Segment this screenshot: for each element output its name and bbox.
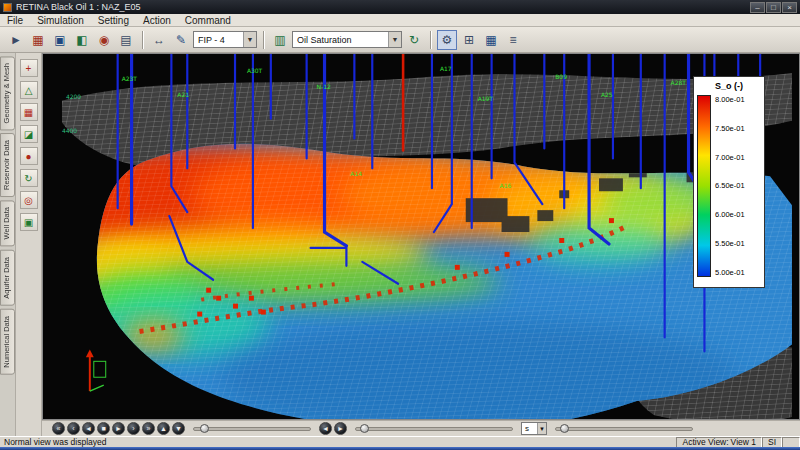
grid-tool-icon[interactable]: ▦ (20, 103, 38, 121)
zoom-tool-icon[interactable]: ◎ (20, 191, 38, 209)
annotate-icon[interactable]: ✎ (171, 30, 191, 50)
toolbar-separator (430, 31, 431, 49)
depth-label: 4400 (62, 127, 77, 134)
legend-tick: 7.00e-01 (715, 153, 745, 162)
axes-icon[interactable]: + (20, 59, 38, 77)
sidebar-tab-reservoir-data[interactable]: Reservoir Data (0, 133, 15, 197)
well-label: A30T (247, 67, 263, 74)
play-button[interactable]: ► (112, 422, 125, 435)
step-up-button[interactable]: ▲ (157, 422, 170, 435)
legend-tick: 5.00e-01 (715, 268, 745, 277)
menu-bar: File Simulation Setting Action Command (0, 14, 800, 27)
play-reverse-button[interactable]: ◄ (82, 422, 95, 435)
active-view-indicator: Active View: View 1 (676, 437, 762, 448)
window-title: RETINA Black Oil 1 : NAZ_E05 (16, 2, 141, 12)
viewport-panel: A23T A21 A30T N-12 A17 A19T B09 A25 A28T… (42, 53, 800, 420)
legend-tick: 8.00e-01 (715, 95, 745, 104)
menu-simulation[interactable]: Simulation (30, 14, 91, 27)
time-slider[interactable] (355, 427, 513, 431)
timestep-slider-thumb[interactable] (200, 424, 209, 433)
close-button[interactable]: × (782, 2, 797, 13)
snapshot-icon[interactable]: ▤ (116, 30, 136, 50)
well-label: A16 (500, 182, 512, 189)
time-unit-combo[interactable]: s ▼ (521, 422, 547, 435)
color-legend: S_o (-) 8.00e-01 7.50e-01 7.00e-01 6.50e… (693, 76, 765, 288)
minimize-button[interactable]: – (750, 2, 765, 13)
region-select-icon[interactable]: ▦ (28, 30, 48, 50)
reset-view-icon[interactable]: ▣ (20, 213, 38, 231)
grid-view-icon[interactable]: ⊞ (459, 30, 479, 50)
app-icon (3, 3, 12, 12)
measure-icon[interactable]: ↔ (149, 30, 169, 50)
title-bar[interactable]: RETINA Black Oil 1 : NAZ_E05 – □ × (0, 0, 800, 14)
legend-tick: 5.50e-01 (715, 239, 745, 248)
property-combo[interactable]: Oil Saturation ▼ (292, 31, 402, 48)
prev-step-button[interactable]: ‹ (67, 422, 80, 435)
menu-setting[interactable]: Setting (91, 14, 136, 27)
well-label: A23T (122, 75, 138, 82)
status-bar: Normal view was displayed Active View: V… (0, 436, 800, 447)
last-step-button[interactable]: » (142, 422, 155, 435)
next-step-button[interactable]: › (127, 422, 140, 435)
well-label: A17 (440, 65, 452, 72)
speed-slider-thumb[interactable] (560, 424, 569, 433)
speed-slider[interactable] (555, 427, 693, 431)
fip-combo[interactable]: FIP - 4 ▼ (193, 31, 257, 48)
status-message: Normal view was displayed (0, 437, 107, 447)
slice-tool-icon[interactable]: ◪ (20, 125, 38, 143)
sidebar-tab-well-data[interactable]: Well Data (0, 200, 15, 246)
time-slider-thumb[interactable] (360, 424, 369, 433)
menu-action[interactable]: Action (136, 14, 178, 27)
legend-title: S_o (-) (697, 81, 761, 91)
well-label: A14 (350, 170, 362, 177)
timestep-slider[interactable] (193, 427, 311, 431)
chevron-down-icon[interactable]: ▼ (388, 32, 401, 47)
camera-icon[interactable]: ◉ (94, 30, 114, 50)
playback-controls: « ‹ ◄ ■ ► › » ▲ ▼ ◄ ► s ▼ (42, 420, 800, 436)
frame-back-button[interactable]: ◄ (319, 422, 332, 435)
status-spacer (782, 437, 800, 448)
select-cursor-icon[interactable]: ► (6, 30, 26, 50)
surface-view-icon[interactable]: ◧ (72, 30, 92, 50)
toolbar-separator (142, 31, 143, 49)
depth-label: 4200 (66, 93, 81, 100)
active-view-value: View 1 (731, 437, 756, 447)
settings-gear-icon[interactable]: ⚙ (437, 30, 457, 50)
sidebar-tab-numerical-data[interactable]: Numerical Data (0, 309, 15, 375)
maximize-button[interactable]: □ (766, 2, 781, 13)
chevron-down-icon[interactable]: ▼ (243, 32, 256, 47)
well-label: A28T (671, 79, 687, 86)
refresh-icon[interactable]: ↻ (404, 30, 424, 50)
toolbar-separator (263, 31, 264, 49)
well-label: N-12 (317, 83, 331, 90)
chevron-down-icon[interactable]: ▼ (537, 423, 546, 434)
well-label: A25 (601, 91, 613, 98)
unit-system-indicator: SI (762, 437, 782, 448)
legend-tick: 7.50e-01 (715, 124, 745, 133)
mesh-cube-icon[interactable]: ▣ (50, 30, 70, 50)
menu-command[interactable]: Command (178, 14, 238, 27)
ruler-icon[interactable]: △ (20, 81, 38, 99)
layers-icon[interactable]: ≡ (503, 30, 523, 50)
frame-forward-button[interactable]: ► (334, 422, 347, 435)
stop-button[interactable]: ■ (97, 422, 110, 435)
main-toolbar: ► ▦ ▣ ◧ ◉ ▤ ↔ ✎ FIP - 4 ▼ ▥ Oil Saturati… (0, 27, 800, 53)
sidebar-tab-aquifer-data[interactable]: Aquifer Data (0, 250, 15, 306)
step-down-button[interactable]: ▼ (172, 422, 185, 435)
menu-file[interactable]: File (0, 14, 30, 27)
rotate-tool-icon[interactable]: ↻ (20, 169, 38, 187)
reservoir-3d-view[interactable]: A23T A21 A30T N-12 A17 A19T B09 A25 A28T… (43, 54, 799, 419)
probe-tool-icon[interactable]: ● (20, 147, 38, 165)
well-label: A19T (478, 95, 494, 102)
well-label: A21 (177, 91, 189, 98)
legend-color-bar (697, 95, 711, 277)
legend-tick-labels: 8.00e-01 7.50e-01 7.00e-01 6.50e-01 6.00… (715, 95, 745, 277)
left-tool-column: + △ ▦ ◪ ● ↻ ◎ ▣ (16, 53, 42, 436)
table-view-icon[interactable]: ▦ (481, 30, 501, 50)
chart-icon[interactable]: ▥ (270, 30, 290, 50)
sidebar-tab-geometry-mesh[interactable]: Geometry & Mesh (0, 56, 15, 130)
legend-tick: 6.00e-01 (715, 210, 745, 219)
well-label: B09 (555, 73, 567, 80)
first-step-button[interactable]: « (52, 422, 65, 435)
fip-combo-value: FIP - 4 (198, 35, 225, 45)
